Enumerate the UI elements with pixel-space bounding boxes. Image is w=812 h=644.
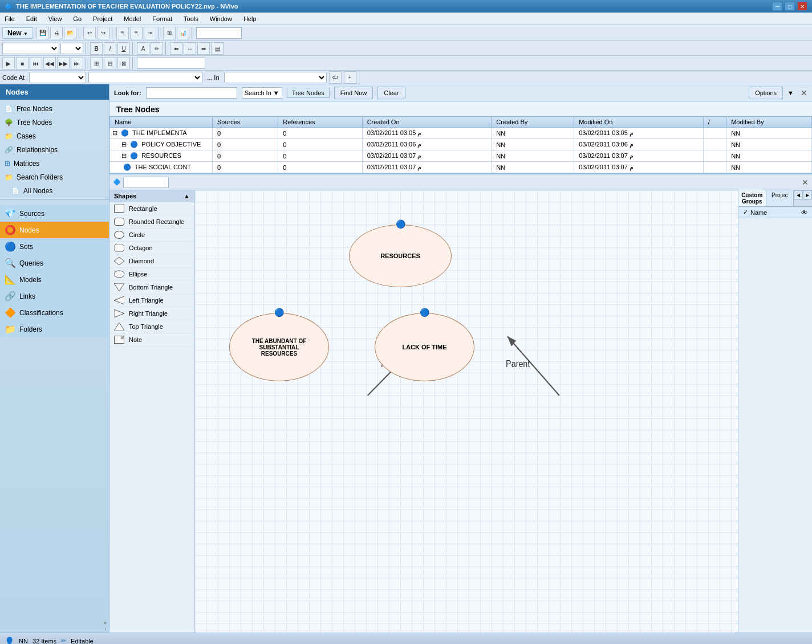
col-references[interactable]: References: [278, 117, 362, 128]
col-sort[interactable]: /: [703, 117, 726, 128]
diagram-title-input[interactable]: s: [123, 177, 169, 188]
menu-go[interactable]: Go: [71, 14, 84, 23]
sidebar-item-relationships[interactable]: 🔗 Relationships: [0, 143, 109, 157]
cg-tab-custom[interactable]: Custom Groups: [738, 190, 766, 206]
table-row[interactable]: ⊟ 🔵 THE IMPLEMENTA 0 0 03/02/2011 03:05 …: [110, 128, 812, 139]
shape-octagon[interactable]: Octagon: [109, 242, 194, 255]
sidebar-item-tree-nodes[interactable]: 🌳 Tree Nodes: [0, 116, 109, 129]
find-now-btn[interactable]: Find Now: [334, 87, 373, 99]
zoom-input[interactable]: [196, 27, 242, 39]
grid2-btn[interactable]: ⊟: [104, 57, 116, 70]
align-c[interactable]: ↔: [184, 42, 196, 55]
redo-btn[interactable]: ↪: [97, 27, 109, 39]
cg-tab-project[interactable]: Projec: [766, 190, 794, 206]
menu-format[interactable]: Format: [150, 14, 174, 23]
shape-circle[interactable]: Circle: [109, 229, 194, 242]
align-left-btn[interactable]: ≡: [116, 27, 129, 39]
resources-node[interactable]: 🔵 RESOURCES: [349, 225, 452, 287]
new-button[interactable]: New ▼: [2, 27, 33, 39]
col-sources[interactable]: Sources: [213, 117, 278, 128]
code-at-select2[interactable]: [88, 72, 202, 83]
sidebar-nav-links[interactable]: 🔗 Links: [0, 288, 109, 304]
code-at-tag-btn[interactable]: 🏷: [329, 71, 342, 84]
row-expand[interactable]: ⊟: [112, 129, 117, 136]
row-expand[interactable]: ⊟: [121, 141, 127, 148]
highlight-btn[interactable]: ✏: [151, 42, 163, 55]
options-btn[interactable]: Options: [749, 87, 783, 99]
lacktime-node[interactable]: 🔵 LACK OF TIME: [375, 313, 474, 381]
shape-top-triangle[interactable]: Top Triangle: [109, 320, 194, 333]
table-btn[interactable]: ⊞: [163, 27, 176, 39]
code-at-plus-btn[interactable]: +: [344, 71, 356, 84]
align-j[interactable]: ▤: [211, 42, 224, 55]
align-l[interactable]: ⬅: [170, 42, 182, 55]
shape-rectangle[interactable]: Rectangle: [109, 202, 194, 215]
align-r[interactable]: ➡: [197, 42, 210, 55]
sidebar-nav-sets[interactable]: 🔵 Sets: [0, 238, 109, 255]
menu-file[interactable]: File: [2, 14, 17, 23]
grid3-btn[interactable]: ⊠: [117, 57, 130, 70]
sidebar-nav-folders[interactable]: 📁 Folders: [0, 321, 109, 337]
menu-edit[interactable]: Edit: [24, 14, 39, 23]
menu-view[interactable]: View: [46, 14, 64, 23]
clear-btn[interactable]: Clear: [377, 87, 405, 99]
menu-model[interactable]: Model: [121, 14, 143, 23]
shape-left-triangle[interactable]: Left Triangle: [109, 294, 194, 307]
stop-btn[interactable]: ■: [16, 57, 29, 70]
close-btn[interactable]: ✕: [797, 2, 807, 11]
shape-bottom-triangle[interactable]: Bottom Triangle: [109, 281, 194, 294]
cg-nav-right[interactable]: ▶: [803, 190, 812, 199]
code-at-in-select[interactable]: [224, 72, 327, 83]
shape-rounded-rect[interactable]: Rounded Rectangle: [109, 215, 194, 229]
menu-project[interactable]: Project: [91, 14, 115, 23]
sidebar-expand-btn[interactable]: »↓: [0, 619, 109, 633]
code-at-select[interactable]: [29, 72, 86, 83]
undo-btn[interactable]: ↩: [83, 27, 96, 39]
sidebar-nav-models[interactable]: 📐 Models: [0, 271, 109, 288]
shape-right-triangle[interactable]: Right Triangle: [109, 307, 194, 320]
cg-nav-left[interactable]: ◀: [794, 190, 803, 199]
underline-btn[interactable]: U: [117, 42, 130, 55]
play-btn[interactable]: ▶: [2, 57, 15, 70]
abundant-node[interactable]: 🔵 THE ABUNDANT OFSUBSTANTIALRESOURCES: [229, 313, 329, 381]
prev-btn[interactable]: ⏮: [30, 57, 42, 70]
grid-btn[interactable]: ⊞: [90, 57, 103, 70]
chart-btn[interactable]: 📊: [177, 27, 189, 39]
diagram-close-btn[interactable]: ✕: [802, 178, 809, 187]
menu-window[interactable]: Window: [208, 14, 234, 23]
shapes-expand-icon[interactable]: ▲: [184, 193, 190, 199]
menu-help[interactable]: Help: [241, 14, 259, 23]
table-row[interactable]: 🔵 THE SOCIAL CONT 0 0 03/02/2011 03:07 م…: [110, 162, 812, 173]
color-btn[interactable]: A: [137, 42, 149, 55]
open-btn[interactable]: 📂: [64, 27, 76, 39]
table-row[interactable]: ⊟ 🔵 RESOURCES 0 0 03/02/2011 03:07 م NN …: [110, 150, 812, 162]
shape-ellipse[interactable]: Ellipse: [109, 268, 194, 281]
shape-note[interactable]: Note: [109, 333, 194, 347]
sidebar-item-cases[interactable]: 📁 Cases: [0, 129, 109, 143]
search-close-btn[interactable]: ✕: [801, 88, 807, 97]
save-btn[interactable]: 💾: [36, 27, 49, 39]
sidebar-nav-queries[interactable]: 🔍 Queries: [0, 255, 109, 271]
menu-tools[interactable]: Tools: [181, 14, 201, 23]
align-center-btn[interactable]: ≡: [130, 27, 143, 39]
table-row[interactable]: ⊟ 🔵 POLICY OBJECTIVE 0 0 03/02/2011 03:0…: [110, 139, 812, 150]
minimize-btn[interactable]: ─: [772, 2, 782, 11]
sidebar-item-free-nodes[interactable]: 📄 Free Nodes: [0, 102, 109, 116]
next-btn[interactable]: ▶▶: [57, 57, 70, 70]
shape-diamond[interactable]: Diamond: [109, 255, 194, 268]
bold-btn[interactable]: B: [90, 42, 103, 55]
maximize-btn[interactable]: □: [785, 2, 795, 11]
media-pos-input[interactable]: [137, 58, 205, 69]
print-btn[interactable]: 🖨: [50, 27, 63, 39]
sidebar-nav-sources[interactable]: 💎 Sources: [0, 205, 109, 222]
col-created-on[interactable]: Created On: [362, 117, 492, 128]
sidebar-item-search-folders[interactable]: 📁 Search Folders: [0, 170, 109, 184]
sidebar-item-matrices[interactable]: ⊞ Matrices: [0, 157, 109, 170]
next2-btn[interactable]: ⏭: [71, 57, 83, 70]
search-input[interactable]: [146, 87, 237, 99]
font-family-select[interactable]: [2, 43, 59, 54]
col-name[interactable]: Name: [110, 117, 213, 128]
canvas-area[interactable]: Parent Parent 🔵 RESOURCES 🔵 THE ABUNDANT…: [195, 190, 738, 633]
font-size-select[interactable]: [60, 43, 83, 54]
sidebar-nav-classifications[interactable]: 🔶 Classifications: [0, 304, 109, 321]
